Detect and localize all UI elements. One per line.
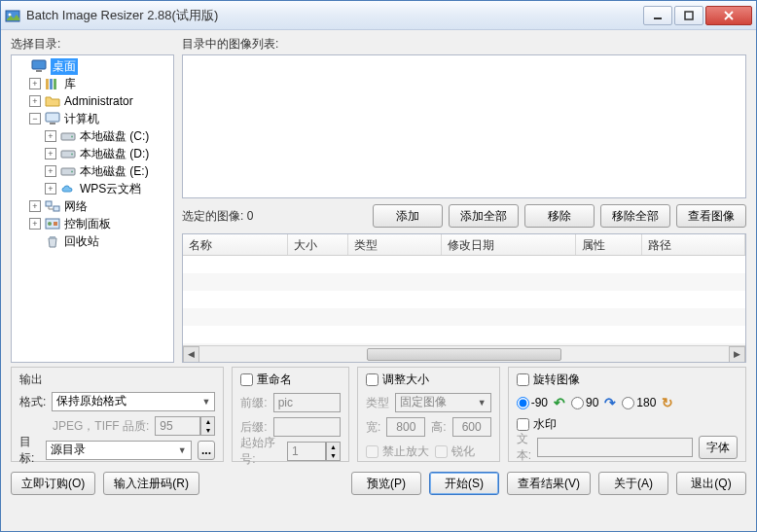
- options-panel: 输出 格式: 保持原始格式▼ JPEG，TIFF 品质: ▲▼ 目标: 源目录▼: [11, 367, 746, 462]
- svg-rect-6: [46, 79, 49, 89]
- tree-label: 控制面板: [64, 216, 111, 232]
- tree-node-recycle[interactable]: 回收站: [12, 232, 173, 250]
- folder-panel: 选择目录: 桌面 + 库 + Administr: [11, 36, 174, 363]
- exit-button[interactable]: 退出(Q): [676, 472, 746, 495]
- tree-node-admin[interactable]: + Administrator: [12, 92, 173, 110]
- tree-label: WPS云文档: [80, 181, 141, 197]
- scroll-thumb[interactable]: [367, 348, 561, 361]
- tree-label: 本地磁盘 (D:): [80, 146, 149, 162]
- register-button[interactable]: 输入注册码(R): [103, 472, 199, 495]
- rotate-ccw-icon: ↶: [554, 395, 565, 410]
- chevron-down-icon: ▼: [178, 445, 187, 455]
- font-button[interactable]: 字体: [699, 436, 738, 459]
- start-num-input: [287, 442, 326, 461]
- expand-icon[interactable]: +: [45, 183, 56, 195]
- expand-icon[interactable]: +: [29, 218, 41, 230]
- svg-rect-4: [32, 60, 46, 69]
- tree-node-desktop[interactable]: 桌面: [12, 57, 173, 75]
- expand-icon[interactable]: +: [45, 148, 56, 160]
- selected-table[interactable]: 名称 大小 类型 修改日期 属性 路径 ◀ ▶: [182, 233, 746, 363]
- rotate-checkbox[interactable]: 旋转图像: [517, 372, 580, 388]
- rotate-cw-icon: ↷: [604, 395, 616, 410]
- network-icon: [45, 198, 60, 214]
- tree-node-computer[interactable]: − 计算机: [12, 110, 173, 127]
- jpeg-quality-spinner: ▲▼: [200, 416, 215, 436]
- selected-count: 选定的图像: 0: [182, 208, 367, 225]
- add-all-button[interactable]: 添加全部: [449, 204, 519, 228]
- rotate-n90-radio[interactable]: -90: [517, 396, 548, 409]
- svg-rect-3: [685, 12, 693, 19]
- expand-icon[interactable]: +: [45, 165, 56, 177]
- tree-node-drive-e[interactable]: + 本地磁盘 (E:): [12, 162, 173, 180]
- tree-label: 本地磁盘 (C:): [80, 128, 149, 145]
- tree-node-control[interactable]: + 控制面板: [12, 215, 173, 232]
- remove-button[interactable]: 移除: [524, 204, 595, 228]
- tree-node-drive-d[interactable]: + 本地磁盘 (D:): [12, 145, 173, 162]
- scroll-right-icon[interactable]: ▶: [729, 346, 745, 363]
- rotate-90-radio[interactable]: 90: [571, 396, 598, 409]
- recycle-bin-icon: [45, 233, 60, 249]
- start-button[interactable]: 开始(S): [429, 472, 499, 495]
- drive-icon: [60, 146, 76, 161]
- expand-icon[interactable]: +: [29, 200, 41, 212]
- collapse-icon[interactable]: −: [29, 113, 41, 124]
- remove-all-button[interactable]: 移除全部: [600, 204, 670, 228]
- tree-label: 库: [64, 76, 76, 92]
- close-button[interactable]: [705, 6, 752, 25]
- maximize-button[interactable]: [674, 6, 703, 25]
- tree-node-wps[interactable]: + WPS云文档: [12, 180, 173, 197]
- computer-icon: [45, 111, 60, 126]
- col-type[interactable]: 类型: [348, 234, 442, 255]
- horizontal-scrollbar[interactable]: ◀ ▶: [183, 345, 745, 362]
- browse-button[interactable]: ...: [198, 441, 216, 460]
- tree-node-network[interactable]: + 网络: [12, 197, 173, 215]
- col-name[interactable]: 名称: [183, 234, 288, 255]
- col-attr[interactable]: 属性: [576, 234, 642, 255]
- about-button[interactable]: 关于(A): [598, 472, 668, 495]
- tree-node-drive-c[interactable]: + 本地磁盘 (C:): [12, 127, 173, 145]
- rotate-group: 旋转图像 -90 ↶ 90 ↷ 180 ↻ 水印 文本: 字体: [508, 367, 746, 462]
- selected-toolbar: 选定的图像: 0 添加 添加全部 移除 移除全部 查看图像: [182, 204, 746, 228]
- target-select[interactable]: 源目录▼: [46, 441, 192, 460]
- bottom-toolbar: 立即订购(O) 输入注册码(R) 预览(P) 开始(S) 查看结果(V) 关于(…: [11, 472, 746, 495]
- svg-point-12: [71, 136, 73, 138]
- folder-label: 选择目录:: [11, 36, 174, 53]
- col-size[interactable]: 大小: [288, 234, 348, 255]
- tree-label: Administrator: [64, 94, 133, 108]
- titlebar: Batch Image Resizer 2.88(试用版): [1, 1, 756, 30]
- order-button[interactable]: 立即订购(O): [11, 472, 95, 495]
- svg-rect-9: [46, 113, 59, 122]
- svg-point-16: [71, 171, 73, 173]
- tree-node-library[interactable]: + 库: [12, 75, 173, 92]
- svg-rect-8: [54, 79, 56, 89]
- col-modified[interactable]: 修改日期: [442, 234, 576, 255]
- folder-tree[interactable]: 桌面 + 库 + Administrator −: [11, 54, 174, 363]
- tree-label: 本地磁盘 (E:): [80, 163, 149, 180]
- format-select[interactable]: 保持原始格式▼: [52, 392, 215, 411]
- rotate-180-radio[interactable]: 180: [622, 396, 656, 409]
- add-button[interactable]: 添加: [373, 204, 443, 228]
- view-image-button[interactable]: 查看图像: [676, 204, 746, 228]
- preview-button[interactable]: 预览(P): [351, 472, 421, 495]
- svg-rect-10: [50, 123, 55, 124]
- resize-type-label: 类型: [366, 395, 389, 411]
- desktop-icon: [31, 58, 47, 74]
- resize-checkbox[interactable]: 调整大小: [366, 372, 429, 388]
- view-result-button[interactable]: 查看结果(V): [507, 472, 591, 495]
- tree-label: 桌面: [51, 58, 78, 75]
- rename-checkbox[interactable]: 重命名: [240, 372, 292, 388]
- jpeg-quality-label: JPEG，TIFF 品质:: [53, 418, 149, 435]
- no-enlarge-checkbox: 禁止放大: [366, 443, 429, 460]
- minimize-button[interactable]: [643, 6, 672, 25]
- suffix-label: 后缀:: [240, 419, 267, 436]
- target-label: 目标:: [19, 434, 40, 467]
- image-list-label: 目录中的图像列表:: [182, 36, 746, 53]
- image-panel: 目录中的图像列表: 选定的图像: 0 添加 添加全部 移除 移除全部 查看图像 …: [182, 36, 746, 363]
- expand-icon[interactable]: +: [29, 95, 41, 107]
- expand-icon[interactable]: +: [29, 78, 41, 89]
- scroll-left-icon[interactable]: ◀: [183, 346, 199, 363]
- col-path[interactable]: 路径: [642, 234, 745, 255]
- table-body[interactable]: [183, 256, 745, 345]
- image-list-box[interactable]: [182, 54, 746, 198]
- expand-icon[interactable]: +: [45, 130, 56, 142]
